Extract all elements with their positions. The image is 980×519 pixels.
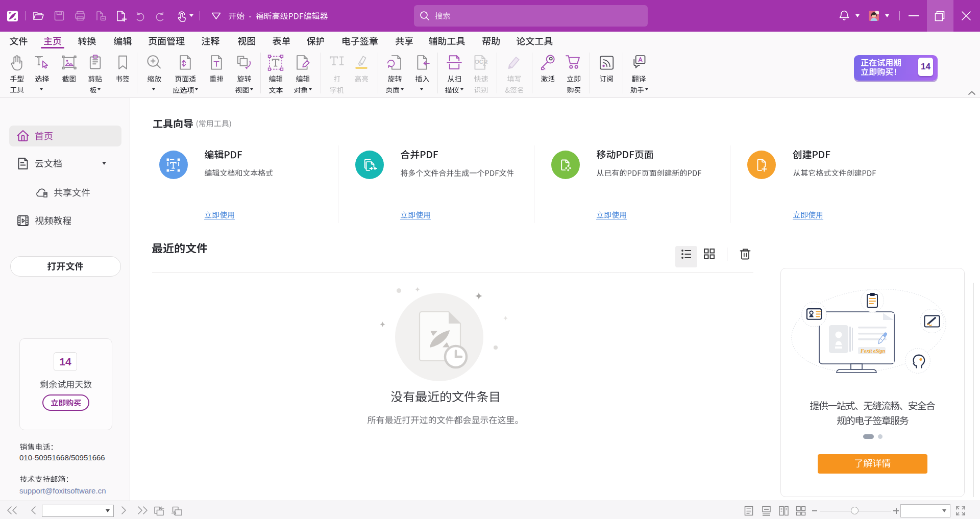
svg-text:Foxit eSign: Foxit eSign [860,348,886,354]
svg-text:OCR: OCR [475,59,488,65]
